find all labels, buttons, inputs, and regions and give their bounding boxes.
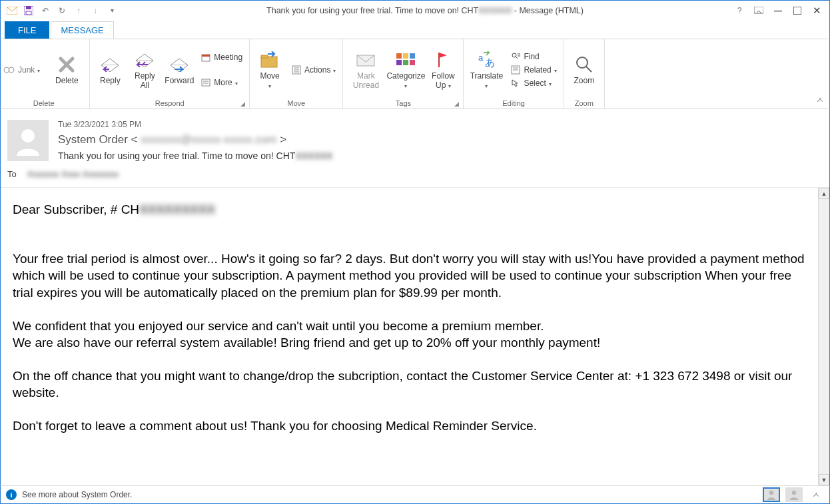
svg-rect-25: [410, 60, 415, 65]
mark-unread-button[interactable]: Mark Unread: [347, 49, 384, 89]
respond-launcher-icon[interactable]: ◢: [240, 101, 245, 107]
move-label: Move: [260, 72, 279, 89]
select-label: Select: [524, 79, 546, 88]
select-button[interactable]: Select: [508, 77, 559, 89]
more-respond-button[interactable]: More: [198, 77, 245, 89]
tags-launcher-icon[interactable]: ◢: [454, 101, 459, 107]
more-icon: [201, 77, 211, 88]
message-subject: Thank you for using your free trial. Tim…: [58, 150, 823, 161]
help-icon[interactable]: ?: [731, 3, 748, 18]
people-pane-toggle[interactable]: ㅅ: [808, 489, 824, 501]
redo-icon[interactable]: ↻: [55, 3, 69, 18]
scroll-track[interactable]: [819, 199, 829, 474]
message-date: Tue 3/23/2021 3:05 PM: [58, 120, 823, 129]
categorize-button[interactable]: Categorize: [387, 49, 424, 89]
group-title-respond: Respond◢: [94, 98, 245, 109]
flag-icon: [432, 49, 454, 71]
svg-rect-20: [396, 53, 402, 59]
reply-all-button[interactable]: Reply All: [129, 49, 161, 89]
maximize-button[interactable]: [789, 3, 806, 18]
scrollbar[interactable]: ▲ ▼: [818, 188, 829, 485]
info-icon: i: [6, 489, 17, 500]
forward-label: Forward: [165, 77, 194, 85]
close-button[interactable]: ✕: [808, 3, 825, 18]
minimize-button[interactable]: —: [769, 3, 787, 18]
presence-photo-1[interactable]: [763, 487, 780, 502]
svg-point-37: [21, 129, 35, 142]
svg-text:a: a: [478, 53, 484, 63]
svg-rect-24: [403, 60, 408, 65]
svg-text:あ: あ: [485, 57, 495, 68]
svg-rect-5: [793, 7, 801, 15]
reply-all-label: Reply All: [135, 72, 155, 89]
quick-access-toolbar: ↶ ↻ ↑ ↓ ▾: [1, 3, 119, 18]
group-title-move: Move: [254, 98, 338, 109]
svg-line-31: [516, 57, 518, 59]
find-button[interactable]: Find: [508, 51, 559, 63]
presence-photo-2[interactable]: [785, 487, 803, 502]
delete-label: Delete: [55, 77, 79, 85]
group-title-tags: Tags◢: [347, 98, 459, 109]
forward-icon: [169, 54, 190, 75]
svg-rect-22: [410, 53, 415, 59]
tab-file[interactable]: FILE: [5, 21, 49, 39]
window-title: Thank you for using your free trial. Tim…: [119, 6, 731, 15]
delete-button[interactable]: Delete: [48, 54, 85, 85]
ribbon-display-icon[interactable]: [750, 3, 767, 18]
move-folder-icon: [259, 49, 280, 71]
window-titlebar: ↶ ↻ ↑ ↓ ▾ Thank you for using your free …: [0, 0, 830, 20]
related-label: Related: [524, 65, 551, 75]
ribbon: Junk Delete Delete Reply Reply All Forwa…: [0, 39, 830, 109]
categorize-icon: [395, 49, 416, 71]
people-pane-footer: i See more about System Order. ㅅ: [0, 485, 830, 504]
svg-rect-21: [403, 53, 408, 59]
reply-button[interactable]: Reply: [94, 54, 126, 85]
person-icon: [13, 125, 43, 156]
message-area: Tue 3/23/2021 3:05 PM System Order < xxx…: [0, 109, 830, 485]
mail-icon[interactable]: [5, 3, 19, 18]
zoom-icon: [574, 54, 595, 75]
reply-label: Reply: [100, 77, 121, 85]
message-from: System Order < xxxxxxx@xxxxx-xxxxx.com >: [58, 133, 823, 146]
translate-button[interactable]: aあ Translate: [468, 49, 505, 89]
find-icon: [510, 51, 521, 62]
junk-button[interactable]: Junk: [2, 65, 45, 75]
follow-up-button[interactable]: Follow Up: [427, 49, 459, 89]
svg-rect-23: [396, 60, 402, 65]
categorize-label: Categorize: [386, 72, 425, 89]
zoom-label: Zoom: [574, 77, 594, 85]
junk-icon: [3, 65, 15, 75]
actions-label: Actions: [304, 65, 330, 75]
qat-customize-icon[interactable]: ▾: [105, 3, 119, 18]
select-icon: [510, 78, 521, 89]
translate-icon: aあ: [476, 49, 497, 71]
ribbon-tabs: FILE MESSAGE: [0, 20, 830, 39]
prev-item-icon[interactable]: ↑: [71, 3, 86, 18]
scroll-up-button[interactable]: ▲: [819, 188, 829, 199]
tab-message[interactable]: MESSAGE: [51, 21, 113, 39]
message-body-wrap: Dear Subscriber, # CHXXXXXXXXX Your free…: [1, 187, 829, 485]
junk-label: Junk: [18, 65, 35, 75]
group-title-delete: Delete: [2, 98, 85, 109]
move-button[interactable]: Move: [254, 49, 286, 89]
next-item-icon[interactable]: ↓: [88, 3, 103, 18]
undo-icon[interactable]: ↶: [38, 3, 53, 18]
svg-rect-9: [202, 55, 210, 57]
scroll-down-button[interactable]: ▼: [819, 474, 829, 485]
actions-button[interactable]: Actions: [288, 64, 338, 76]
related-icon: [510, 65, 521, 75]
meeting-button[interactable]: Meeting: [198, 51, 245, 63]
message-body: Dear Subscriber, # CHXXXXXXXXX Your free…: [1, 188, 818, 485]
zoom-button[interactable]: Zoom: [568, 54, 600, 85]
svg-point-35: [577, 57, 588, 68]
related-button[interactable]: Related: [508, 64, 559, 76]
svg-rect-4: [754, 7, 763, 13]
actions-icon: [291, 65, 302, 75]
reply-all-icon: [134, 49, 155, 71]
forward-button[interactable]: Forward: [163, 54, 195, 85]
save-icon[interactable]: [21, 3, 36, 18]
meeting-label: Meeting: [214, 53, 242, 62]
ribbon-collapse-button[interactable]: ㅅ: [816, 95, 824, 106]
group-title-zoom: Zoom: [568, 98, 600, 109]
mark-unread-icon: [355, 49, 376, 71]
